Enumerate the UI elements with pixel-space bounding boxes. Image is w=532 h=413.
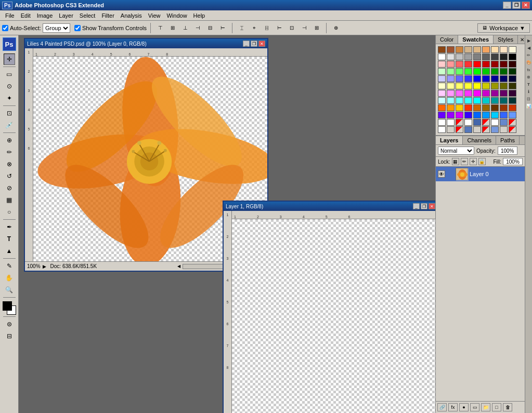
align-bottom-btn[interactable]: ⊥: [179, 22, 191, 34]
swatch-44[interactable]: [509, 75, 516, 82]
swatch-18[interactable]: [438, 61, 446, 68]
swatch-40[interactable]: [473, 75, 481, 82]
swatch-3[interactable]: [464, 46, 472, 53]
doc2-titlebar[interactable]: Layer 1, RGB/8) _ ❐ ✕: [224, 202, 435, 211]
menu-analysis[interactable]: Analysis: [118, 11, 145, 20]
swatch-13[interactable]: [473, 54, 481, 60]
swatch-42[interactable]: [491, 75, 499, 82]
swatch-7[interactable]: [500, 46, 508, 53]
swatch-93[interactable]: [464, 119, 472, 126]
group-select[interactable]: Group Layer: [43, 23, 70, 33]
swatch-24[interactable]: [491, 61, 499, 68]
right-icon-text[interactable]: T: [526, 81, 532, 87]
delete-layer-btn[interactable]: 🗑: [503, 403, 512, 411]
menu-select[interactable]: Select: [76, 11, 99, 20]
right-icon-brush[interactable]: ✏: [526, 52, 532, 58]
swatch-38[interactable]: [456, 75, 463, 82]
swatch-46[interactable]: [447, 83, 455, 89]
opacity-input[interactable]: [498, 146, 517, 155]
swatch-69[interactable]: [491, 97, 499, 104]
notes-tool[interactable]: ✎: [4, 260, 15, 272]
align-hcenter-btn[interactable]: ⊟: [204, 22, 216, 34]
swatch-96[interactable]: [491, 119, 499, 126]
right-icon-hist[interactable]: 📊: [526, 103, 532, 109]
swatch-39[interactable]: [464, 75, 472, 82]
swatch-52[interactable]: [500, 83, 508, 89]
swatch-55[interactable]: [447, 90, 455, 97]
right-icon-palette[interactable]: 🎨: [526, 59, 532, 65]
swatch-54[interactable]: [438, 90, 446, 97]
swatch-0[interactable]: [438, 46, 446, 53]
layer-row-0[interactable]: 👁 Layer 0: [436, 167, 525, 181]
zoom-tool[interactable]: 🔍: [4, 284, 15, 296]
tab-layers[interactable]: Layers: [436, 136, 463, 144]
swatch-89[interactable]: [509, 112, 516, 118]
swatch-58[interactable]: [473, 90, 481, 97]
lock-paint-btn[interactable]: ✏: [461, 158, 468, 165]
swatch-66[interactable]: [464, 97, 472, 104]
swatch-27[interactable]: [438, 68, 446, 75]
menu-file[interactable]: File: [2, 11, 18, 20]
swatch-65[interactable]: [456, 97, 463, 104]
swatch-28[interactable]: [447, 68, 455, 75]
dist-bottom-btn[interactable]: ⌸: [261, 22, 273, 34]
swatch-29[interactable]: [456, 68, 463, 75]
swatch-22[interactable]: [473, 61, 481, 68]
swatch-80[interactable]: [509, 104, 516, 111]
swatch-45[interactable]: [438, 83, 446, 89]
heal-tool[interactable]: ⊕: [4, 135, 15, 146]
swatch-88[interactable]: [500, 112, 508, 118]
swatch-11[interactable]: [456, 54, 463, 60]
menu-layer[interactable]: Layer: [56, 11, 76, 20]
swatch-68[interactable]: [482, 97, 490, 104]
swatch-59[interactable]: [482, 90, 490, 97]
swatch-67[interactable]: [473, 97, 481, 104]
swatch-47[interactable]: [456, 83, 463, 89]
restore-button[interactable]: ❐: [512, 2, 521, 9]
tab-paths[interactable]: Paths: [496, 136, 520, 144]
right-icon-2[interactable]: ◀: [526, 45, 532, 51]
align-left-btn[interactable]: ⊣: [192, 22, 203, 34]
swatch-71[interactable]: [509, 97, 516, 104]
swatch-25[interactable]: [500, 61, 508, 68]
magic-wand-tool[interactable]: ✦: [4, 92, 15, 104]
tab-swatches[interactable]: Swatches: [458, 35, 494, 44]
swatch-75[interactable]: [464, 104, 472, 111]
align-right-btn[interactable]: ⊢: [217, 22, 228, 34]
doc1-zoom-icon[interactable]: ▶: [43, 264, 46, 269]
layer-mask-btn[interactable]: ●: [459, 403, 469, 411]
dist-hcenter-btn[interactable]: ⊡: [286, 22, 297, 34]
swatch-70[interactable]: [500, 97, 508, 104]
doc2-minimize[interactable]: _: [413, 203, 420, 209]
swatch-62[interactable]: [509, 90, 516, 97]
minimize-button[interactable]: _: [503, 2, 511, 9]
swatch-100[interactable]: [447, 126, 455, 133]
swatch-12[interactable]: [464, 54, 472, 60]
swatch-1[interactable]: [447, 46, 455, 53]
swatch-79[interactable]: [500, 104, 508, 111]
auto-select-checkbox[interactable]: [2, 25, 8, 31]
new-group-btn[interactable]: 📁: [481, 403, 490, 411]
swatch-49[interactable]: [473, 83, 481, 89]
swatch-26[interactable]: [509, 61, 516, 68]
swatch-19[interactable]: [447, 61, 455, 68]
foreground-color[interactable]: [3, 301, 12, 311]
swatch-82[interactable]: [447, 112, 455, 118]
adj-layer-btn[interactable]: ▭: [470, 403, 479, 411]
swatch-8[interactable]: [509, 46, 516, 53]
swatch-4[interactable]: [473, 46, 481, 53]
swatch-61[interactable]: [500, 90, 508, 97]
swatch-106[interactable]: [500, 126, 508, 133]
pen-tool[interactable]: ✒: [4, 221, 15, 233]
swatch-94[interactable]: [473, 119, 481, 126]
swatch-85[interactable]: [473, 112, 481, 118]
menu-help[interactable]: Help: [190, 11, 209, 20]
swatch-97[interactable]: [500, 119, 508, 126]
swatch-41[interactable]: [482, 75, 490, 82]
swatch-20[interactable]: [456, 61, 463, 68]
swatch-5[interactable]: [482, 46, 490, 53]
blend-mode-select[interactable]: Normal Multiply Screen: [438, 146, 474, 155]
clone-tool[interactable]: ⊗: [4, 158, 15, 170]
swatch-34[interactable]: [500, 68, 508, 75]
swatch-105[interactable]: [491, 126, 499, 133]
